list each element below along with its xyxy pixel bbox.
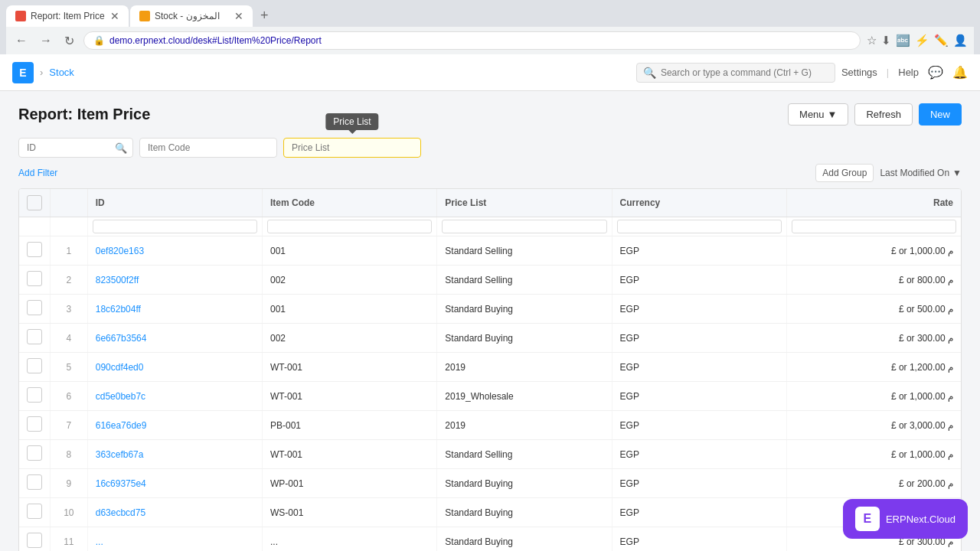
- row-num: 10: [51, 498, 88, 527]
- col-header-id[interactable]: ID: [87, 189, 262, 217]
- tab-stock[interactable]: Stock - المخزون ✕: [130, 5, 253, 27]
- address-text: demo.erpnext.cloud/desk#List/Item%20Pric…: [109, 35, 851, 46]
- cell-id[interactable]: 616ea76de9: [87, 411, 262, 440]
- row-num: 11: [51, 527, 88, 552]
- bookmark-button[interactable]: ☆: [867, 34, 877, 47]
- address-bar[interactable]: 🔒 demo.erpnext.cloud/desk#List/Item%20Pr…: [83, 31, 861, 50]
- cell-price-list: Standard Buying: [437, 498, 612, 527]
- table-row: 9 16c69375e4 WP-001 Standard Buying EGP …: [19, 469, 961, 498]
- table-row: 11 ... ... Standard Buying EGP £ or 300.…: [19, 527, 961, 552]
- add-filter-button[interactable]: Add Filter: [18, 168, 57, 178]
- cell-currency: EGP: [612, 382, 786, 411]
- breadcrumb-stock[interactable]: Stock: [49, 67, 74, 78]
- chat-button[interactable]: 💬: [928, 65, 943, 80]
- col-filter-item-code[interactable]: [267, 220, 432, 233]
- row-checkbox-cell: [19, 353, 51, 382]
- app-logo[interactable]: E: [12, 62, 34, 83]
- cell-id[interactable]: d63ecbcd75: [87, 498, 262, 527]
- cell-price-list: 2019: [437, 411, 612, 440]
- row-checkbox-cell: [19, 295, 51, 324]
- profile-btn[interactable]: 👤: [953, 34, 968, 47]
- extension-btn-4[interactable]: ✏️: [934, 34, 949, 47]
- row-checkbox[interactable]: [27, 416, 42, 432]
- extension-btn-1[interactable]: ⬇: [881, 34, 891, 47]
- extension-btn-2[interactable]: 🔤: [896, 34, 910, 47]
- table-row: 5 090cdf4ed0 WT-001 2019 EGP £ or 1,200.…: [19, 353, 961, 382]
- add-group-button[interactable]: Add Group: [815, 164, 874, 182]
- cell-id[interactable]: cd5e0beb7c: [87, 382, 262, 411]
- notification-button[interactable]: 🔔: [952, 65, 968, 80]
- cell-id[interactable]: 18c62b04ff: [87, 295, 262, 324]
- cell-id[interactable]: ...: [87, 527, 262, 552]
- tab-item-price[interactable]: Report: Item Price ✕: [6, 5, 129, 27]
- row-checkbox[interactable]: [27, 387, 42, 403]
- row-checkbox[interactable]: [27, 533, 42, 548]
- search-input[interactable]: [661, 67, 828, 78]
- cell-id[interactable]: 6e667b3564: [87, 324, 262, 353]
- settings-link[interactable]: Settings: [841, 67, 877, 78]
- price-list-filter-input[interactable]: [283, 138, 421, 158]
- cell-rate: £ or 200.00 م: [786, 469, 961, 498]
- item-code-filter-input[interactable]: [139, 138, 277, 158]
- row-checkbox-cell: [19, 527, 51, 552]
- cell-id[interactable]: 363cefb67a: [87, 440, 262, 469]
- cell-currency: EGP: [612, 440, 786, 469]
- search-icon: 🔍: [643, 67, 656, 79]
- row-num: 8: [51, 440, 88, 469]
- cell-currency: EGP: [612, 236, 786, 266]
- row-checkbox[interactable]: [27, 504, 42, 519]
- row-checkbox-cell: [19, 324, 51, 353]
- page-content: Report: Item Price Menu ▼ Refresh New 🔍 …: [0, 91, 980, 551]
- row-checkbox[interactable]: [27, 474, 42, 490]
- tab-close-1[interactable]: ✕: [110, 10, 119, 22]
- price-list-tooltip: Price List: [325, 113, 378, 130]
- row-checkbox[interactable]: [27, 242, 42, 257]
- back-button[interactable]: ←: [12, 32, 31, 49]
- cell-currency: EGP: [612, 324, 786, 353]
- cell-id[interactable]: 16c69375e4: [87, 469, 262, 498]
- col-header-price-list[interactable]: Price List: [437, 189, 612, 217]
- col-filter-currency[interactable]: [617, 220, 782, 233]
- new-button[interactable]: New: [919, 103, 962, 126]
- row-num: 7: [51, 411, 88, 440]
- table-row: 7 616ea76de9 PB-001 2019 EGP £ or 3,000.…: [19, 411, 961, 440]
- reload-button[interactable]: ↻: [61, 32, 77, 50]
- refresh-button[interactable]: Refresh: [854, 103, 913, 126]
- new-tab-button[interactable]: +: [254, 5, 275, 27]
- cell-id[interactable]: 0ef820e163: [87, 236, 262, 266]
- col-header-rate[interactable]: Rate: [786, 189, 961, 217]
- cell-currency: EGP: [612, 469, 786, 498]
- col-filter-price-list[interactable]: [442, 220, 606, 233]
- col-filter-id[interactable]: [93, 220, 257, 233]
- row-checkbox-cell: [19, 382, 51, 411]
- col-header-rownum: [51, 189, 88, 217]
- table-header-row: ID Item Code Price List Currency Rate: [19, 189, 961, 217]
- col-header-currency[interactable]: Currency: [612, 189, 786, 217]
- cell-price-list: 2019_Wholesale: [437, 382, 612, 411]
- select-all-checkbox[interactable]: [27, 195, 42, 210]
- cell-id[interactable]: 823500f2ff: [87, 266, 262, 295]
- forward-button[interactable]: →: [37, 32, 55, 49]
- cell-price-list: Standard Buying: [437, 527, 612, 552]
- row-checkbox-cell: [19, 266, 51, 295]
- row-checkbox[interactable]: [27, 358, 42, 373]
- breadcrumb-sep: ›: [40, 67, 43, 78]
- page-header: Report: Item Price Menu ▼ Refresh New: [18, 103, 962, 126]
- cell-id[interactable]: 090cdf4ed0: [87, 353, 262, 382]
- extension-btn-3[interactable]: ⚡: [915, 34, 929, 47]
- sort-button[interactable]: Last Modified On ▼: [880, 168, 962, 178]
- row-checkbox[interactable]: [27, 329, 42, 344]
- col-filter-rate[interactable]: [792, 220, 956, 233]
- row-checkbox[interactable]: [27, 271, 42, 286]
- col-header-item-code[interactable]: Item Code: [263, 189, 437, 217]
- row-checkbox[interactable]: [27, 445, 42, 461]
- cell-rate: £ or 1,200.00 م: [786, 353, 961, 382]
- row-num: 5: [51, 353, 88, 382]
- row-checkbox[interactable]: [27, 300, 42, 315]
- filter-row: 🔍 Price List: [18, 138, 962, 158]
- tab-icon-2: [139, 11, 150, 21]
- search-box[interactable]: 🔍: [636, 63, 835, 83]
- tab-close-2[interactable]: ✕: [234, 10, 243, 22]
- help-link[interactable]: Help: [898, 67, 919, 78]
- menu-button[interactable]: Menu ▼: [788, 103, 848, 126]
